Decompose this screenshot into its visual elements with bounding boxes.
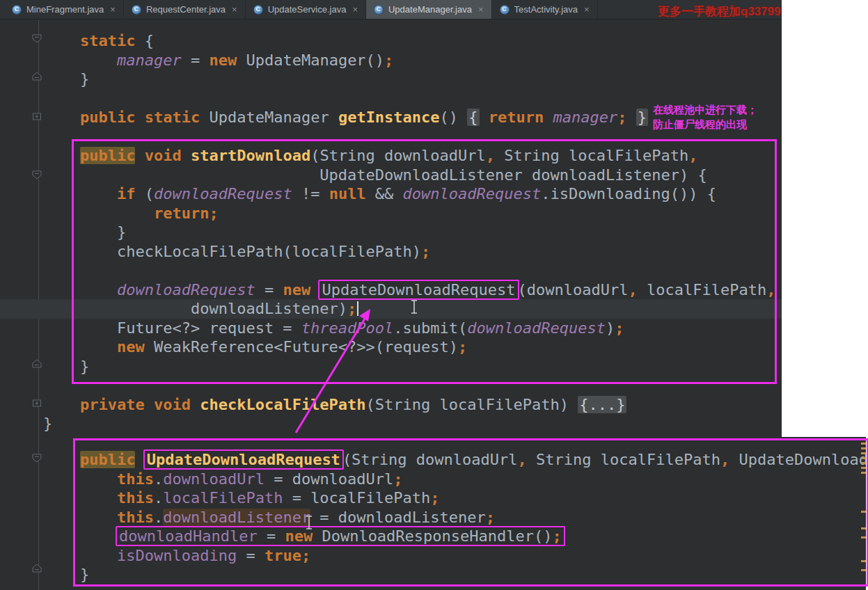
code-token: static bbox=[80, 32, 135, 49]
code-line[interactable]: manager = new UpdateManager(); bbox=[0, 51, 782, 70]
error-stripe-mark[interactable] bbox=[861, 560, 866, 562]
error-stripe-mark[interactable] bbox=[861, 447, 866, 449]
code-line[interactable]: this.downloadUrl = downloadUrl; bbox=[0, 470, 866, 489]
error-stripe-mark[interactable] bbox=[861, 527, 866, 529]
code-token bbox=[145, 396, 154, 413]
code-line[interactable]: } bbox=[0, 223, 782, 242]
code-token bbox=[135, 147, 144, 164]
token-highlight-box: downloadHandler = new DownloadResponseHa… bbox=[116, 526, 565, 546]
code-line[interactable]: } bbox=[0, 565, 866, 584]
error-stripe-mark[interactable] bbox=[861, 457, 866, 459]
code-token: private bbox=[80, 396, 145, 413]
editor-tab[interactable]: CUpdateManager.java× bbox=[366, 0, 492, 19]
text-caret bbox=[357, 301, 358, 316]
code-line[interactable]: downloadHandler = new DownloadResponseHa… bbox=[0, 527, 866, 546]
editor-tab[interactable]: CRequestCenter.java× bbox=[124, 0, 246, 19]
code-area-top[interactable]: static { manager = new UpdateManager(); … bbox=[0, 31, 782, 433]
code-token: String localFilePath bbox=[527, 451, 720, 468]
error-stripe-mark[interactable] bbox=[861, 472, 866, 474]
code-token: = bbox=[258, 527, 285, 545]
code-token: downloadRequest bbox=[403, 185, 542, 202]
code-line[interactable]: } bbox=[0, 357, 782, 376]
code-token: downloadUrl bbox=[163, 470, 265, 488]
code-token: getInstance bbox=[338, 109, 440, 126]
code-token bbox=[191, 396, 200, 413]
error-stripe-mark[interactable] bbox=[861, 467, 866, 469]
code-token: {...} bbox=[578, 396, 626, 413]
code-line[interactable]: UpdateDownloadListener downloadListener)… bbox=[0, 166, 782, 185]
code-token bbox=[627, 109, 636, 126]
code-token: .isDownloading()) { bbox=[541, 185, 716, 202]
error-stripe-mark[interactable] bbox=[861, 442, 866, 445]
code-token: ) bbox=[606, 319, 615, 337]
code-token: UpdateManager bbox=[200, 109, 338, 126]
code-line[interactable]: return; bbox=[0, 204, 782, 223]
code-token: String localFilePath bbox=[495, 147, 688, 164]
watermark-text: 更多一手教程加q337997 bbox=[658, 3, 782, 19]
tab-close-icon[interactable]: × bbox=[110, 4, 116, 15]
code-token: this bbox=[117, 489, 154, 507]
code-line[interactable]: private void checkLocalFilePath(String l… bbox=[0, 395, 782, 415]
tab-label: UpdateService.java bbox=[268, 4, 347, 15]
tab-close-icon[interactable]: × bbox=[584, 4, 590, 15]
error-stripe-mark[interactable] bbox=[861, 452, 866, 454]
code-line[interactable]: new WeakReference<Future<?>>(request); bbox=[0, 337, 782, 357]
code-token: } bbox=[43, 358, 89, 375]
code-token bbox=[544, 109, 553, 126]
code-token: UpdateDownloadL bbox=[729, 451, 866, 468]
code-token: ; bbox=[617, 109, 626, 126]
code-token: { bbox=[467, 109, 479, 126]
code-token: , bbox=[720, 451, 729, 468]
tab-label: UpdateManager.java bbox=[388, 4, 472, 15]
editor-panel-top[interactable]: CMineFragment.java×CRequestCenter.java×C… bbox=[0, 0, 782, 437]
code-token bbox=[43, 489, 117, 507]
code-line[interactable]: this.localFilePath = localFilePath; bbox=[0, 488, 866, 508]
editor-panel-bottom[interactable]: public UpdateDownloadRequest(String down… bbox=[0, 437, 866, 590]
code-line[interactable] bbox=[0, 261, 782, 280]
tab-label: RequestCenter.java bbox=[146, 4, 226, 15]
code-line[interactable]: } bbox=[0, 70, 782, 89]
code-token: localFilePath bbox=[638, 281, 766, 298]
code-token: UpdateDownloadRequest bbox=[322, 281, 515, 298]
code-token: Future<?> request = bbox=[43, 319, 301, 337]
tab-close-icon[interactable]: × bbox=[232, 4, 237, 15]
code-line[interactable]: isDownloading = true; bbox=[0, 546, 866, 566]
editor-tab[interactable]: CUpdateService.java× bbox=[246, 0, 366, 19]
code-line[interactable]: } bbox=[0, 414, 782, 433]
code-line[interactable]: this.downloadListener = downloadListener… bbox=[0, 508, 866, 527]
code-token: . bbox=[154, 509, 163, 526]
code-line[interactable]: downloadRequest = new UpdateDownloadRequ… bbox=[0, 280, 782, 300]
error-stripe-mark[interactable] bbox=[861, 462, 866, 464]
code-area-bottom[interactable]: public UpdateDownloadRequest(String down… bbox=[0, 450, 866, 584]
code-token: return; bbox=[154, 205, 219, 222]
code-token: UpdateDownloadRequest bbox=[147, 451, 340, 468]
code-token: downloadHandler bbox=[119, 527, 258, 545]
code-token: , bbox=[629, 281, 638, 298]
code-token: isDownloading bbox=[117, 547, 237, 564]
code-line[interactable]: Future<?> request = threadPool.submit(do… bbox=[0, 319, 782, 338]
code-line[interactable]: static { bbox=[0, 31, 782, 51]
code-line[interactable]: public void startDownload(String downloa… bbox=[0, 146, 782, 166]
code-line[interactable]: public UpdateDownloadRequest(String down… bbox=[0, 450, 866, 470]
code-line-current[interactable]: downloadListener); bbox=[0, 299, 782, 319]
code-token: .submit( bbox=[393, 319, 467, 337]
tab-close-icon[interactable]: × bbox=[478, 4, 484, 15]
code-token: ; bbox=[301, 547, 310, 564]
code-line[interactable] bbox=[0, 376, 782, 395]
error-stripe-mark[interactable] bbox=[861, 536, 866, 539]
code-token: new bbox=[117, 338, 145, 356]
code-token: new bbox=[283, 281, 310, 298]
code-line[interactable]: if (downloadRequest != null && downloadR… bbox=[0, 184, 782, 204]
code-token: void bbox=[145, 147, 182, 164]
code-token: } bbox=[43, 223, 126, 241]
editor-tab[interactable]: CTestActivity.java× bbox=[492, 0, 598, 19]
error-stripe-mark[interactable] bbox=[861, 569, 866, 571]
editor-tab[interactable]: CMineFragment.java× bbox=[4, 0, 124, 19]
tab-close-icon[interactable]: × bbox=[352, 4, 358, 15]
java-class-icon: C bbox=[253, 5, 263, 15]
code-token: ; bbox=[430, 489, 439, 507]
error-stripe-mark[interactable] bbox=[861, 511, 866, 513]
code-token bbox=[43, 147, 80, 164]
code-line[interactable]: checkLocalFilePath(localFilePath); bbox=[0, 242, 782, 262]
code-token: } bbox=[43, 566, 89, 583]
